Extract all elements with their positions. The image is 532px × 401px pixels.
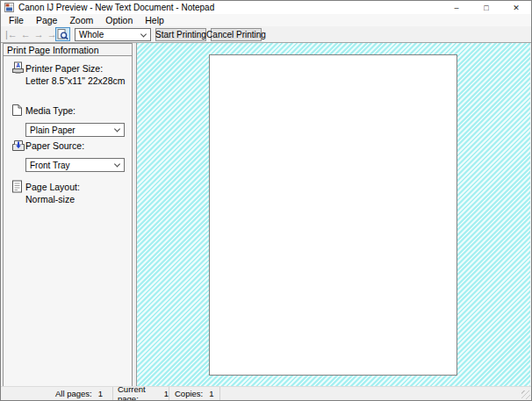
page-layout-label: Page Layout:: [25, 182, 80, 192]
copies-segment: Copies: 1: [169, 387, 220, 400]
magnifier-page-icon: [57, 29, 68, 40]
current-page-label: Current page:: [118, 384, 158, 401]
page-layout-icon: [11, 180, 23, 193]
page-layout-group: Page Layout: Normal-size: [11, 180, 127, 211]
media-type-value: Plain Paper: [30, 125, 75, 135]
titlebar: Canon IJ Preview - New Text Document - N…: [1, 1, 531, 14]
copies-value: 1: [209, 389, 213, 398]
menu-help[interactable]: Help: [139, 15, 170, 25]
window-title: Canon IJ Preview - New Text Document - N…: [18, 3, 214, 12]
chevron-down-icon: [114, 161, 120, 167]
status-filler: [220, 387, 531, 400]
current-page-value: 1: [164, 389, 169, 398]
statusbar: All pages: 1 Current page: 1 Copies: 1: [1, 386, 531, 400]
menubar: File Page Zoom Option Help: [1, 14, 531, 26]
printer-icon: A: [11, 61, 25, 75]
minimize-button[interactable]: –: [442, 1, 471, 14]
panel-header: Print Page Information: [4, 44, 132, 56]
preview-canvas: [136, 43, 530, 386]
maximize-button[interactable]: □: [471, 1, 501, 14]
app-icon[interactable]: [4, 3, 14, 12]
paper-source-label: Paper Source:: [25, 140, 84, 151]
paper-source-value: Front Tray: [30, 161, 70, 170]
next-page-button[interactable]: →: [34, 28, 44, 40]
toolbar: |← ← → →| Whole Start Printing Cancel Pr…: [1, 26, 531, 43]
menu-zoom[interactable]: Zoom: [63, 15, 99, 25]
resize-grip[interactable]: [521, 390, 530, 399]
chevron-down-icon: [114, 125, 120, 132]
all-pages-segment: All pages: 1: [1, 387, 113, 400]
zoom-tool-button[interactable]: [55, 27, 70, 41]
printer-paper-size-group: A Printer Paper Size: Letter 8.5"x11" 22…: [11, 61, 127, 93]
menu-page[interactable]: Page: [30, 15, 64, 25]
printer-paper-size-value: Letter 8.5"x11" 22x28cm: [25, 75, 126, 86]
copies-label: Copies:: [175, 389, 203, 398]
media-type-select[interactable]: Plain Paper: [25, 123, 125, 137]
paper-tray-icon: [11, 139, 25, 152]
canon-ij-preview-window: Canon IJ Preview - New Text Document - N…: [0, 0, 532, 401]
caption-controls: – □ ✕: [442, 1, 531, 14]
preview-page: [209, 54, 457, 376]
printer-paper-size-label: Printer Paper Size:: [25, 63, 103, 74]
media-sheet-icon: [11, 104, 23, 117]
zoom-level-value: Whole: [79, 30, 104, 39]
print-page-information-panel: Print Page Information A Printer Paper S…: [3, 43, 133, 387]
media-type-label: Media Type:: [25, 105, 75, 116]
all-pages-value: 1: [98, 389, 103, 398]
zoom-level-select[interactable]: Whole: [75, 28, 151, 41]
page-layout-value: Normal-size: [25, 194, 75, 204]
paper-source-select[interactable]: Front Tray: [25, 158, 125, 172]
previous-page-button[interactable]: ←: [21, 28, 31, 40]
media-type-group: Media Type: Plain Paper: [11, 104, 127, 140]
current-page-segment: Current page: 1: [113, 387, 169, 400]
start-printing-button[interactable]: Start Printing: [155, 28, 206, 41]
page-nav-group: |← ← → →|: [5, 28, 60, 40]
all-pages-label: All pages:: [55, 389, 92, 398]
svg-text:A: A: [16, 62, 20, 68]
first-page-button[interactable]: |←: [5, 28, 18, 40]
paper-source-group: Paper Source: Front Tray: [11, 139, 127, 175]
cancel-printing-button[interactable]: Cancel Printing: [211, 28, 262, 41]
menu-file[interactable]: File: [3, 15, 30, 25]
chevron-down-icon: [140, 31, 147, 37]
close-button[interactable]: ✕: [501, 1, 531, 14]
menu-option[interactable]: Option: [99, 15, 139, 25]
